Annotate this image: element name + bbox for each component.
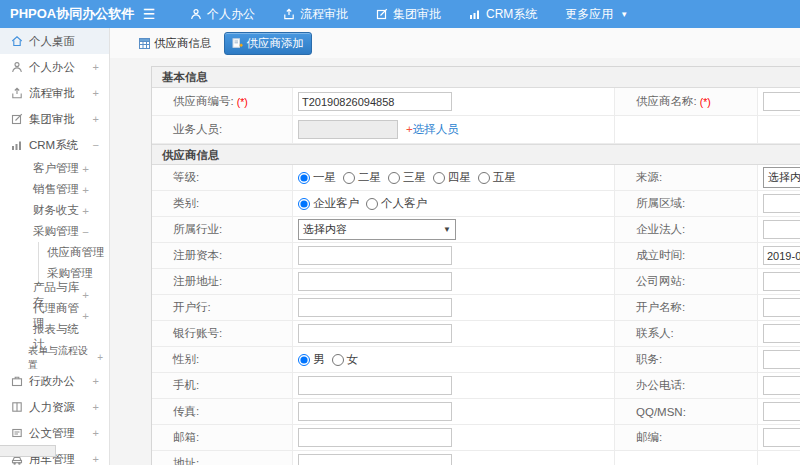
expand-icon[interactable]: + [93,453,99,465]
founded-date-input[interactable] [763,246,800,265]
expand-icon[interactable]: + [93,375,99,387]
briefcase-icon [11,375,23,387]
hamburger-menu-icon[interactable]: ☰ [132,6,166,22]
radio-option[interactable]: 二星 [343,170,381,185]
top-nav-flow-approval[interactable]: 流程审批 [283,6,348,23]
radio-input[interactable] [332,354,344,366]
source-select[interactable]: 选择内容▼ [763,167,800,188]
radio-option[interactable]: 男 [298,352,325,367]
radio-input[interactable] [298,172,310,184]
radio-input[interactable] [388,172,400,184]
expand-icon[interactable]: + [93,61,99,73]
form-row-mobile-officephone: 手机: 办公电话: [152,373,800,399]
zip-input[interactable] [763,428,800,447]
expand-icon[interactable]: + [97,352,103,363]
mobile-input[interactable] [298,376,452,395]
tab-supplier-add[interactable]: 供应商添加 [224,32,313,55]
form-row-bankaccount-contact: 银行账号: 联系人: [152,321,800,347]
radio-option[interactable]: 三星 [388,170,426,185]
supplier-code-label: 供应商编号: (*) [152,88,293,115]
radio-option[interactable]: 五星 [478,170,516,185]
radio-input[interactable] [478,172,490,184]
sidebar-item-purchase-mgmt[interactable]: 采购管理 − [0,221,109,242]
form-row-category-region: 类别: 企业客户 个人客户 所属区域: [152,191,800,217]
top-nav-crm[interactable]: CRM系统 [469,6,537,23]
position-input[interactable] [763,350,800,369]
form-row-industry-legal: 所属行业: 选择内容▼ 企业法人: [152,217,800,243]
section-header-basic: 基本信息 [152,67,800,88]
form-row-address: 地址: [152,451,800,465]
collapse-icon[interactable]: − [82,226,89,238]
sidebar-item-hr[interactable]: 人力资源 + [0,394,109,420]
founded-label: 成立时间: [615,243,758,268]
capital-input[interactable] [298,246,452,265]
form-row-bank-accountname: 开户行: 开户名称: [152,295,800,321]
bank-input[interactable] [298,298,452,317]
expand-icon[interactable]: + [82,289,89,301]
sidebar-item-personal-desktop[interactable]: 个人桌面 [0,28,109,54]
radio-input[interactable] [433,172,445,184]
top-nav-group-approval[interactable]: 集团审批 [376,6,441,23]
email-input[interactable] [298,428,452,447]
region-input[interactable] [763,194,800,213]
account-name-label: 开户名称: [615,295,758,320]
industry-label: 所属行业: [152,217,293,242]
expand-icon[interactable]: + [93,427,99,439]
office-phone-input[interactable] [763,376,800,395]
sidebar-item-customer-mgmt[interactable]: 客户管理 + [0,158,109,179]
expand-icon[interactable]: + [93,113,99,125]
sidebar-item-crm[interactable]: CRM系统 − [0,132,109,158]
qq-input[interactable] [763,402,800,421]
sidebar-item-group-approval[interactable]: 集团审批 + [0,106,109,132]
radio-input[interactable] [298,354,310,366]
bank-label: 开户行: [152,295,293,320]
supplier-code-input[interactable] [298,92,452,111]
radio-input[interactable] [343,172,355,184]
reg-address-input[interactable] [298,272,452,291]
website-input[interactable] [763,272,800,291]
address-label: 地址: [152,451,293,465]
sidebar-item-form-flow-settings[interactable]: 表单与流程设置 + [0,347,109,368]
empty-cell [615,451,758,465]
empty-cell [758,451,800,465]
expand-icon[interactable]: + [93,87,99,99]
sidebar-item-admin-office[interactable]: 行政办公 + [0,368,109,394]
collapse-icon[interactable]: − [93,139,99,151]
bar-chart-icon [469,8,481,20]
address-input[interactable] [298,454,452,465]
expand-icon[interactable]: + [82,205,89,217]
radio-option[interactable]: 个人客户 [366,196,427,211]
account-name-input[interactable] [763,298,800,317]
gender-radio-group: 男 女 [293,347,615,372]
fax-input[interactable] [298,402,452,421]
sidebar-item-finance[interactable]: 财务收支 + [0,200,109,221]
radio-option[interactable]: 企业客户 [298,196,359,211]
expand-icon[interactable]: + [93,401,99,413]
email-label: 邮箱: [152,425,293,450]
sidebar-item-sales-mgmt[interactable]: 销售管理 + [0,179,109,200]
expand-icon[interactable]: + [82,310,89,322]
radio-option[interactable]: 女 [332,352,359,367]
tab-supplier-info[interactable]: 供应商信息 [132,33,219,54]
required-mark: (*) [700,96,711,108]
supplier-name-input[interactable] [763,92,800,111]
industry-select[interactable]: 选择内容▼ [298,219,456,240]
radio-option[interactable]: 一星 [298,170,336,185]
radio-input[interactable] [298,198,310,210]
expand-icon[interactable]: + [82,163,89,175]
sidebar-item-supplier-mgmt[interactable]: 供应商管理 [38,242,109,263]
select-staff-link[interactable]: +选择人员 [406,122,459,137]
form-row-email-zip: 邮箱: 邮编: [152,425,800,451]
legal-person-input[interactable] [763,220,800,239]
radio-input[interactable] [366,198,378,210]
radio-option[interactable]: 四星 [433,170,471,185]
top-nav-personal-office[interactable]: 个人办公 [190,6,255,23]
top-nav-more-apps[interactable]: 更多应用 ▼ [565,6,628,23]
expand-icon[interactable]: + [82,184,89,196]
bank-account-input[interactable] [298,324,452,343]
sidebar-item-personal-office[interactable]: 个人办公 + [0,54,109,80]
sidebar-item-flow-approval[interactable]: 流程审批 + [0,80,109,106]
sidebar-item-document-mgmt[interactable]: 公文管理 + [0,420,109,446]
home-icon [11,35,23,47]
contact-input[interactable] [763,324,800,343]
